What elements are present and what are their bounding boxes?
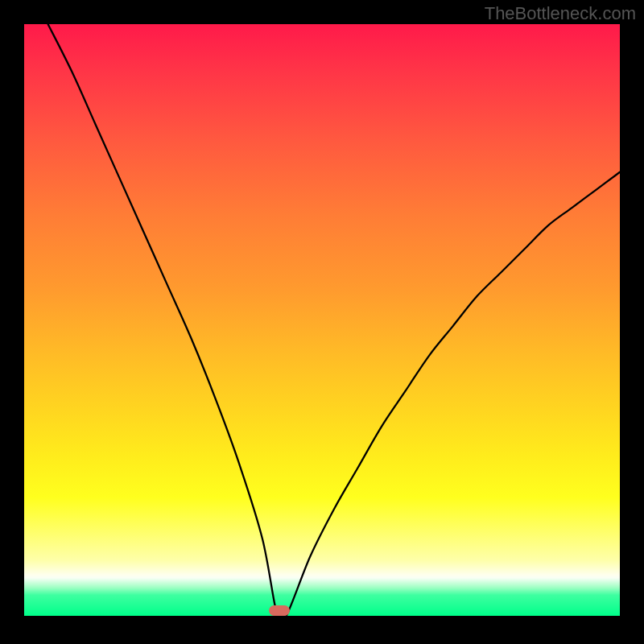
curve-svg [24,24,620,616]
plot-area [24,24,620,616]
optimal-marker [269,605,290,616]
bottleneck-curve-path [48,24,620,616]
watermark-text: TheBottleneck.com [485,3,636,24]
chart-container: TheBottleneck.com [0,0,644,644]
